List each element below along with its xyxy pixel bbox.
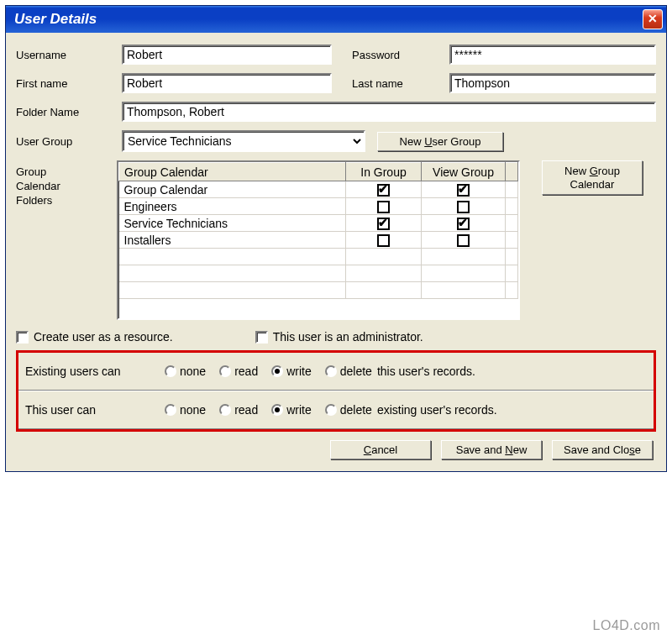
radio-none[interactable]: none — [156, 403, 206, 417]
col-view-group[interactable]: View Group — [422, 163, 506, 181]
dialog-window: User Details ✕ Username Password First n… — [5, 5, 667, 472]
titlebar: User Details ✕ — [6, 6, 666, 33]
dialog-buttons: Cancel Save and New Save and Close — [16, 432, 656, 463]
checkbox-row: Create user as a resource. This user is … — [16, 330, 656, 344]
col-group-calendar[interactable]: Group Calendar — [119, 163, 346, 181]
grid-cell-view[interactable] — [422, 181, 506, 198]
row-usergroup: User Group Service Technicians New User … — [16, 130, 656, 152]
col-spacer — [506, 163, 518, 181]
thisuser-label: This user can — [25, 403, 151, 417]
grid-cell-view[interactable] — [422, 198, 506, 215]
checkbox-icon[interactable] — [377, 234, 390, 247]
checkbox-icon[interactable] — [457, 218, 470, 230]
radio-none[interactable]: none — [156, 365, 206, 378]
cancel-button[interactable]: Cancel — [330, 440, 431, 459]
new-user-group-button[interactable]: New User Group — [377, 132, 503, 151]
group-calendar-folders-label: GroupCalendarFolders — [16, 160, 117, 208]
grid-row[interactable]: Group Calendar — [119, 181, 518, 198]
thisuser-suffix: existing user's records. — [377, 403, 497, 417]
row-folder: Folder Name — [16, 102, 656, 122]
password-input[interactable] — [449, 45, 656, 65]
radio-read[interactable]: read — [211, 365, 258, 378]
grid-cell-view[interactable] — [422, 215, 506, 232]
checkbox-icon[interactable] — [457, 184, 470, 197]
close-button[interactable]: ✕ — [643, 9, 663, 29]
grid-cell-name: Group Calendar — [119, 181, 346, 198]
admin-checkbox[interactable]: This user is an administrator. — [255, 330, 423, 344]
save-and-new-button[interactable]: Save and New — [441, 440, 542, 459]
grid-cell-in[interactable] — [346, 181, 422, 198]
watermark: LO4D.com — [593, 618, 660, 633]
checkbox-icon[interactable] — [457, 234, 470, 247]
lastname-input[interactable] — [449, 73, 656, 93]
radio-delete[interactable]: delete — [317, 365, 372, 378]
grid-cell-view[interactable] — [422, 232, 506, 249]
radio-delete[interactable]: delete — [317, 403, 372, 417]
new-group-calendar-button[interactable]: New GroupCalendar — [542, 160, 643, 195]
grid-row[interactable]: Service Technicians — [119, 215, 518, 232]
existing-label: Existing users can — [25, 365, 151, 378]
window-title: User Details — [14, 11, 643, 28]
folder-label: Folder Name — [16, 106, 117, 118]
username-input[interactable] — [122, 45, 332, 65]
grid-cell-in[interactable] — [346, 215, 422, 232]
group-calendar-section: GroupCalendarFolders Group Calendar In G… — [16, 160, 656, 320]
password-label: Password — [352, 49, 444, 61]
row-name: First name Last name — [16, 73, 656, 93]
existing-users-permission: Existing users can none read write delet… — [18, 353, 654, 391]
grid-row[interactable]: Engineers — [119, 198, 518, 215]
firstname-input[interactable] — [122, 73, 332, 93]
client-area: Username Password First name Last name F… — [6, 33, 666, 471]
existing-suffix: this user's records. — [377, 365, 475, 378]
username-label: Username — [16, 49, 117, 61]
grid-cell-in[interactable] — [346, 232, 422, 249]
grid-cell-in[interactable] — [346, 198, 422, 215]
checkbox-icon[interactable] — [16, 331, 29, 344]
radio-read[interactable]: read — [211, 403, 258, 417]
checkbox-icon[interactable] — [377, 218, 390, 230]
group-calendar-grid[interactable]: Group Calendar In Group View Group Group… — [117, 160, 520, 320]
checkbox-icon[interactable] — [377, 201, 390, 213]
checkbox-icon[interactable] — [255, 331, 268, 344]
this-user-permission: This user can none read write delete exi… — [18, 391, 654, 429]
firstname-label: First name — [16, 77, 117, 90]
grid-header-row: Group Calendar In Group View Group — [119, 163, 518, 181]
checkbox-icon[interactable] — [457, 201, 470, 213]
folder-input[interactable] — [122, 102, 656, 122]
usergroup-label: User Group — [16, 135, 117, 148]
col-in-group[interactable]: In Group — [346, 163, 422, 181]
grid-cell-name: Installers — [119, 232, 346, 249]
create-resource-checkbox[interactable]: Create user as a resource. — [16, 330, 173, 344]
checkbox-icon[interactable] — [377, 184, 390, 197]
row-username-password: Username Password — [16, 45, 656, 65]
grid-row[interactable]: Installers — [119, 232, 518, 249]
grid-cell-name: Engineers — [119, 198, 346, 215]
lastname-label: Last name — [352, 77, 444, 90]
permissions-panel: Existing users can none read write delet… — [16, 350, 656, 432]
usergroup-select[interactable]: Service Technicians — [122, 130, 365, 152]
radio-write[interactable]: write — [263, 403, 312, 417]
save-and-close-button[interactable]: Save and Close — [552, 440, 653, 459]
grid-cell-name: Service Technicians — [119, 215, 346, 232]
radio-write[interactable]: write — [263, 365, 312, 378]
